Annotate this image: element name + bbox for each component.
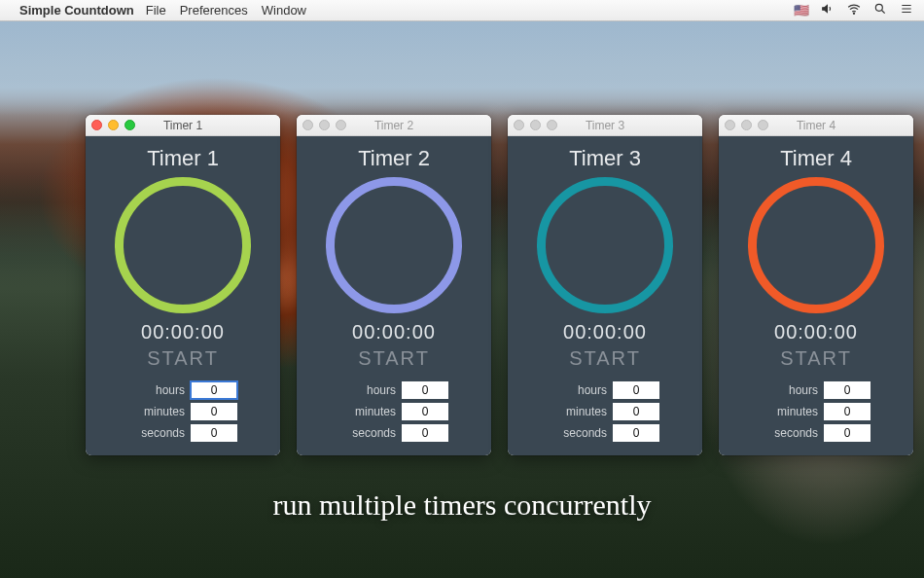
seconds-label: seconds [128,426,185,440]
timer-progress-ring [537,177,673,313]
time-display: 00:00:00 [141,321,225,343]
timer-body: Timer 300:00:00STARThoursminutesseconds [508,136,702,455]
window-min-button[interactable] [108,120,119,130]
timer-body: Timer 100:00:00STARThoursminutesseconds [86,136,280,455]
minutes-input[interactable] [613,403,659,420]
svg-point-0 [853,13,854,14]
window-traffic-lights [91,120,135,130]
minutes-label: minutes [128,405,185,418]
window-max-button[interactable] [758,120,768,130]
menubar-app-name[interactable]: Simple Countdown [19,3,134,18]
timer-window-3[interactable]: Timer 3Timer 300:00:00STARThoursminutess… [508,115,702,455]
start-button[interactable]: START [358,347,430,370]
hours-label: hours [339,383,396,397]
window-close-button[interactable] [514,120,524,130]
window-traffic-lights [725,120,768,130]
seconds-row: seconds [339,424,448,442]
minutes-row: minutes [762,403,871,420]
minutes-row: minutes [551,403,659,420]
seconds-label: seconds [551,426,607,440]
window-traffic-lights [514,120,557,130]
flag-us-icon[interactable]: 🇺🇸 [794,3,809,18]
seconds-label: seconds [339,426,396,440]
timer-window-4[interactable]: Timer 4Timer 400:00:00STARThoursminutess… [719,115,913,455]
timer-progress-ring [326,177,462,313]
seconds-row: seconds [128,424,237,442]
window-close-button[interactable] [725,120,735,130]
seconds-input[interactable] [191,424,237,442]
menu-file[interactable]: File [146,3,166,18]
window-titlebar[interactable]: Timer 3 [508,115,702,136]
start-button[interactable]: START [147,347,219,370]
menu-icon[interactable] [899,2,914,18]
window-max-button[interactable] [124,120,135,130]
seconds-input[interactable] [613,424,659,442]
minutes-input[interactable] [824,403,871,420]
window-max-button[interactable] [547,120,557,130]
window-titlebar[interactable]: Timer 2 [297,115,491,136]
timer-name-label: Timer 1 [147,146,219,171]
minutes-label: minutes [762,405,818,418]
hours-label: hours [551,383,607,397]
window-titlebar[interactable]: Timer 4 [719,115,913,136]
window-min-button[interactable] [530,120,541,130]
hours-input[interactable] [191,381,237,399]
timer-window-2[interactable]: Timer 2Timer 200:00:00STARThoursminutess… [297,115,491,455]
time-display: 00:00:00 [774,321,858,343]
hours-row: hours [128,381,237,399]
minutes-input[interactable] [402,403,448,420]
minutes-row: minutes [128,403,237,420]
wifi-icon[interactable] [846,2,862,18]
timer-name-label: Timer 2 [358,146,430,171]
window-min-button[interactable] [319,120,330,130]
hours-label: hours [128,383,185,397]
timer-progress-ring [748,177,884,313]
window-titlebar[interactable]: Timer 1 [86,115,280,136]
window-min-button[interactable] [741,120,752,130]
window-close-button[interactable] [302,120,313,130]
time-display: 00:00:00 [563,321,647,343]
timer-progress-ring [115,177,251,313]
minutes-row: minutes [339,403,448,420]
svg-point-1 [875,4,882,11]
timer-body: Timer 200:00:00STARThoursminutesseconds [297,136,491,455]
desktop: run multiple timers concurrently Timer 1… [0,21,924,578]
hours-row: hours [339,381,448,399]
timer-name-label: Timer 3 [569,146,641,171]
timer-body: Timer 400:00:00STARThoursminutesseconds [719,136,913,455]
promo-caption: run multiple timers concurrently [0,488,924,522]
window-traffic-lights [302,120,346,130]
menubar: Simple Countdown File Preferences Window… [0,0,924,21]
timer-window-1[interactable]: Timer 1Timer 100:00:00STARThoursminutess… [86,115,280,455]
menu-window[interactable]: Window [262,3,306,18]
hours-row: hours [762,381,871,399]
seconds-label: seconds [762,426,818,440]
start-button[interactable]: START [569,347,641,370]
time-display: 00:00:00 [352,321,436,343]
seconds-row: seconds [762,424,871,442]
window-max-button[interactable] [336,120,346,130]
minutes-label: minutes [551,405,607,418]
menu-preferences[interactable]: Preferences [180,3,248,18]
window-close-button[interactable] [91,120,102,130]
minutes-input[interactable] [191,403,237,420]
hours-input[interactable] [402,381,448,399]
minutes-label: minutes [339,405,396,418]
seconds-row: seconds [551,424,659,442]
start-button[interactable]: START [780,347,852,370]
timer-name-label: Timer 4 [780,146,852,171]
seconds-input[interactable] [824,424,871,442]
seconds-input[interactable] [402,424,448,442]
search-icon[interactable] [873,2,887,18]
hours-label: hours [762,383,818,397]
hours-input[interactable] [824,381,871,399]
hours-input[interactable] [613,381,659,399]
volume-icon[interactable] [821,2,835,18]
hours-row: hours [551,381,659,399]
